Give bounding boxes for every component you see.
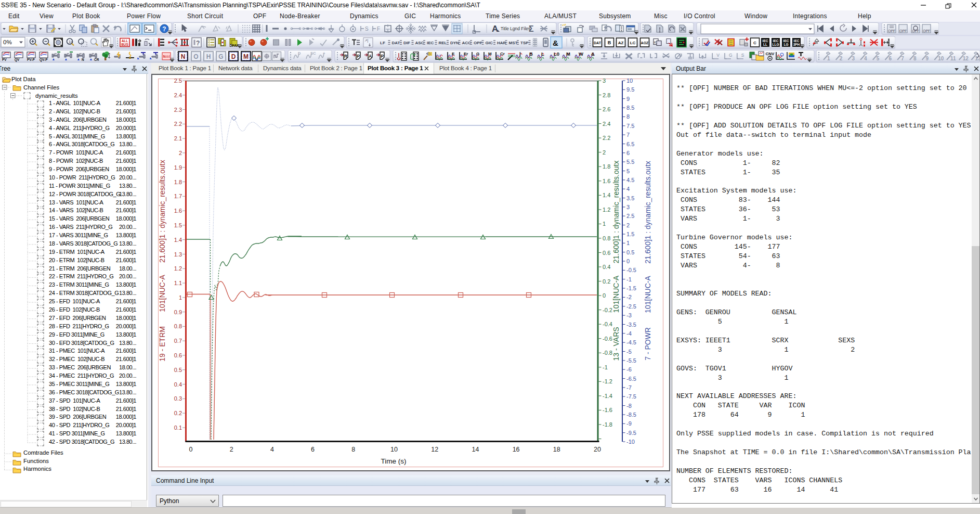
svg-text:-0.6: -0.6: [603, 336, 612, 342]
svg-text:5: 5: [626, 168, 630, 174]
svg-text:OPF: OPF: [888, 29, 895, 33]
svg-text:8: 8: [626, 113, 630, 120]
svg-text:0.5: 0.5: [174, 367, 182, 373]
svg-text:1.8: 1.8: [174, 179, 182, 185]
svg-text:1.8: 1.8: [603, 163, 610, 170]
svg-text:0.2: 0.2: [174, 410, 182, 416]
svg-text:CR: CR: [94, 58, 99, 61]
svg-text:&: &: [591, 51, 595, 57]
svg-text:V: V: [716, 53, 720, 58]
svg-text:1: 1: [827, 56, 830, 61]
svg-text:A: A: [492, 24, 498, 34]
svg-text:-1.2: -1.2: [603, 378, 612, 384]
svg-text:-5.5: -5.5: [626, 357, 636, 364]
svg-text:-9: -9: [626, 420, 632, 427]
svg-text:-0.2: -0.2: [603, 307, 612, 313]
svg-text:?: ?: [162, 25, 166, 33]
svg-text:-8: -8: [626, 403, 632, 409]
svg-text:-7.5: -7.5: [626, 393, 636, 400]
svg-text:1.5: 1.5: [626, 231, 634, 237]
svg-text:4: 4: [270, 446, 274, 453]
svg-text:DFAX: DFAX: [230, 44, 240, 47]
svg-text:0: 0: [626, 258, 630, 264]
svg-text:2.3: 2.3: [174, 107, 182, 113]
svg-text:2.8: 2.8: [603, 92, 610, 98]
svg-text:1.5: 1.5: [174, 222, 182, 228]
svg-text:F: F: [377, 26, 380, 32]
svg-text:4: 4: [864, 56, 867, 61]
svg-text:4.5: 4.5: [626, 177, 634, 183]
svg-text:8.5: 8.5: [626, 105, 634, 111]
svg-text:1.9: 1.9: [174, 164, 182, 171]
svg-text:2: 2: [179, 150, 182, 156]
svg-text:W: W: [579, 51, 583, 57]
svg-text:1.2: 1.2: [603, 207, 610, 213]
svg-text:HAR: HAR: [497, 41, 506, 45]
svg-text:0.8: 0.8: [174, 323, 182, 329]
svg-text:BUS: BUS: [121, 43, 128, 46]
svg-text:2: 2: [840, 56, 843, 61]
svg-text:6: 6: [311, 446, 315, 453]
svg-text:1.6: 1.6: [174, 208, 182, 214]
svg-text:M: M: [243, 53, 249, 60]
svg-text:0.8: 0.8: [603, 235, 610, 241]
svg-text:QV-P: QV-P: [40, 58, 48, 62]
svg-text:1.4: 1.4: [174, 237, 182, 243]
svg-text:S: S: [365, 26, 369, 32]
svg-text:-0.5: -0.5: [626, 267, 636, 273]
svg-text:-4.5: -4.5: [626, 339, 636, 345]
svg-text:0.7: 0.7: [174, 338, 182, 344]
svg-text:0.5: 0.5: [626, 249, 634, 255]
svg-text:IEC: IEC: [794, 39, 800, 43]
svg-text:0: 0: [189, 446, 193, 453]
svg-text:-8.5: -8.5: [626, 412, 636, 418]
svg-text:16: 16: [513, 446, 520, 453]
svg-text:M: M: [566, 51, 570, 57]
svg-text:IEC: IEC: [783, 39, 789, 43]
svg-text:1.2: 1.2: [174, 265, 182, 272]
svg-text:-5: -5: [626, 349, 632, 355]
svg-text:3PH: 3PH: [793, 43, 800, 46]
svg-text:2.6: 2.6: [603, 106, 610, 112]
svg-text:7.5: 7.5: [626, 123, 634, 129]
svg-text:1.4: 1.4: [603, 192, 610, 198]
svg-text:P: P: [357, 54, 360, 59]
svg-text:0.9: 0.9: [174, 309, 182, 315]
svg-text:N: N: [181, 53, 186, 60]
svg-text:G: G: [476, 52, 479, 56]
svg-text:2: 2: [230, 446, 233, 453]
svg-text:14: 14: [472, 446, 479, 453]
svg-text:G: G: [218, 53, 223, 60]
svg-text:2.4: 2.4: [603, 121, 610, 127]
svg-text:IEC: IEC: [773, 39, 779, 43]
svg-text:A: A: [369, 54, 372, 59]
svg-text:0.1: 0.1: [174, 425, 182, 431]
svg-text:2.2: 2.2: [603, 135, 610, 141]
svg-text:G: G: [729, 53, 733, 58]
svg-text:1.1: 1.1: [174, 280, 182, 286]
svg-text:DAT: DAT: [594, 41, 602, 45]
svg-text:LLG: LLG: [773, 43, 779, 46]
svg-text:LG: LG: [783, 43, 788, 46]
svg-text:O: O: [193, 53, 198, 60]
svg-text:13: 13: [975, 56, 980, 61]
svg-text:6: 6: [889, 56, 892, 61]
svg-text:-1: -1: [603, 364, 608, 370]
svg-text:19 - ETRM 101[NUC-A: 19 - ETRM 101[NUC-A 21.600]1 : dynamic_r…: [158, 160, 166, 362]
svg-text:DAT: DAT: [392, 41, 400, 45]
svg-text:N: N: [82, 58, 84, 61]
svg-text:1: 1: [179, 294, 182, 301]
svg-text:11: 11: [950, 56, 956, 61]
svg-text:+: +: [323, 51, 325, 56]
svg-text:S: S: [741, 53, 744, 58]
svg-text:-2.5: -2.5: [626, 303, 636, 310]
svg-text:13 - VARS 101[NUC-A: 13 - VARS 101[NUC-A 21.600]1 : dynamic_r…: [612, 161, 620, 361]
svg-text:|: |: [519, 51, 521, 57]
svg-text:P: P: [381, 54, 384, 59]
svg-text:-9.5: -9.5: [626, 430, 636, 436]
svg-text:AZ: AZ: [618, 41, 624, 45]
svg-text:12: 12: [963, 56, 969, 61]
svg-text:-3.5: -3.5: [626, 322, 636, 328]
svg-text:PV-P: PV-P: [27, 58, 35, 61]
svg-text:3: 3: [852, 56, 855, 61]
